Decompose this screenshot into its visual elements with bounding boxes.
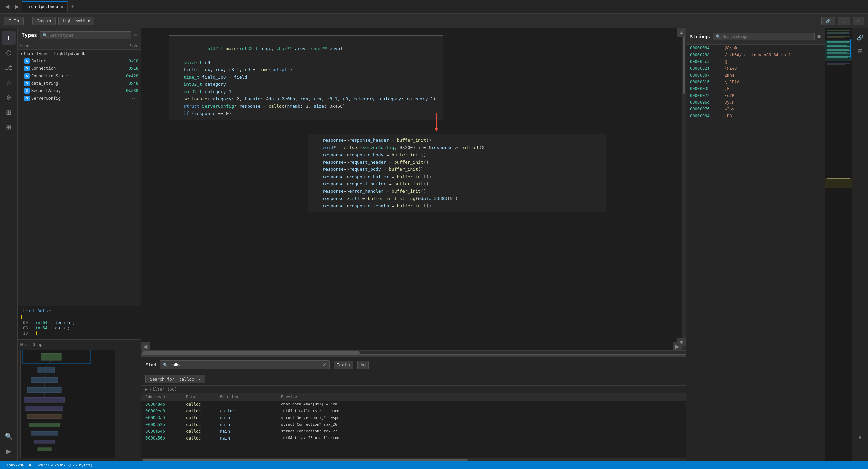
sidebar-grid-button[interactable]: ⊞ (2, 121, 16, 134)
add-tab-button[interactable]: + (68, 3, 77, 11)
string-val-5: \tJF)V (725, 80, 821, 84)
type-requestarray-row[interactable]: S RequestArray 0x388 (18, 87, 141, 95)
mini-graph-section: Mini Graph (18, 339, 141, 461)
filter-expand-icon[interactable]: ▶ (145, 387, 148, 392)
result-row-2[interactable]: 0000a3a9 calloc main struct ServerConfig… (141, 414, 686, 421)
strings-search-input[interactable] (722, 34, 812, 39)
sidebar-symbols-button[interactable]: ☆ (2, 76, 16, 89)
result-row-0[interactable]: 0000484b calloc char data_484b[0x7] = "c… (141, 401, 686, 408)
results-thumb-h[interactable] (143, 459, 468, 461)
hlil-dropdown-button[interactable]: High Level IL ▾ (58, 17, 94, 25)
string-item-5[interactable]: 00000816 \tJF)V (686, 79, 825, 85)
col-preview-header[interactable]: Preview (281, 395, 682, 399)
types-search-input[interactable] (49, 33, 128, 38)
find-input-wrap[interactable]: 🔍 ✕ (160, 360, 330, 369)
result-row-3[interactable]: 0000a52b calloc main struct Connection* … (141, 421, 686, 428)
tab-lighttpd[interactable]: lighttpd.bndb ✕ (22, 1, 68, 12)
search-for-close-icon[interactable]: ✕ (198, 377, 201, 382)
struct-field-data: 08 int64_t data ; (20, 326, 138, 330)
string-item-2[interactable]: 000002c3 @ (686, 58, 825, 65)
tree-root-item[interactable]: ▾ User Types: lighttpd.bndb (18, 50, 141, 57)
type-datastring-size: 0x48 (115, 81, 138, 86)
string-item-10[interactable]: 00000994 -D8, (686, 113, 825, 119)
result-row-5[interactable]: 0000a56b calloc main int64_t rax_25 = ca… (141, 435, 686, 442)
find-input[interactable] (170, 362, 320, 367)
back-button[interactable]: ◀ (3, 2, 12, 11)
tab-close-icon[interactable]: ✕ (61, 4, 63, 9)
graph-scroll-up-button[interactable]: ▲ (677, 28, 686, 37)
col-data-header[interactable]: Data (186, 395, 220, 399)
type-badge-s4: S (24, 81, 30, 86)
type-connectionstate-size: 0x428 (115, 74, 138, 78)
string-item-1[interactable]: 00000238 /lib64/ld-linux-x86-64.so.2 (686, 52, 825, 58)
link-button[interactable]: 🔗 (821, 17, 835, 25)
col-address-header[interactable]: Address ▾ (145, 395, 186, 399)
type-buffer-row[interactable]: S Buffer 0x10 (18, 57, 141, 65)
sidebar-functions-button[interactable]: ⎇ (2, 61, 16, 75)
find-search-icon: 🔍 (163, 363, 168, 367)
right-list-button[interactable]: ≡ (854, 446, 866, 458)
type-connection-size: 0x18 (115, 66, 138, 71)
sidebar-terminal-button[interactable]: ▶ (2, 445, 16, 458)
types-search-box[interactable]: 🔍 (40, 31, 131, 39)
search-for-button[interactable]: Search for 'calloc' ✕ (145, 375, 205, 383)
string-item-7[interactable]: 00000072 ~d?R (686, 92, 825, 99)
result-row-1[interactable]: 00009ea0 calloc calloc int64_t calloc(si… (141, 408, 686, 414)
sidebar-types-button[interactable]: T (2, 31, 16, 45)
type-connectionstate-row[interactable]: S ConnectionState 0x428 (18, 72, 141, 80)
sidebar-debug-button[interactable]: ⚙ (2, 91, 16, 104)
string-item-3[interactable]: 0000032a (@Z%0 (686, 65, 825, 72)
graph-dropdown-button[interactable]: Graph ▾ (32, 17, 56, 25)
string-item-8[interactable]: 0000096d Jy.F (686, 99, 825, 106)
string-item-4[interactable]: 00000807 Zmh4 (686, 72, 825, 79)
right-quotes-button[interactable]: ❝ (854, 432, 866, 445)
string-addr-7: 00000072 (690, 93, 721, 98)
case-sensitive-button[interactable]: Aa (357, 361, 369, 369)
string-item-9[interactable]: 00000976 w2$s (686, 106, 825, 113)
svg-rect-1 (38, 367, 55, 373)
left-panel-header: Types 🔍 ≡ (18, 28, 141, 42)
copy-button[interactable]: ⊞ (838, 17, 850, 25)
right-layers-button[interactable]: ⊞ (854, 45, 866, 57)
svg-rect-20 (827, 32, 849, 33)
find-clear-button[interactable]: ✕ (322, 362, 327, 368)
col-function-header[interactable]: Function (220, 395, 281, 399)
menu-button[interactable]: ≡ (853, 17, 864, 25)
struct-header: struct Buffer (20, 309, 138, 313)
sidebar-tag-button[interactable]: ⬡ (2, 46, 16, 60)
svg-rect-19 (827, 30, 850, 31)
type-connectionstate-name: ConnectionState (31, 74, 113, 78)
type-datastring-row[interactable]: S data_string 0x48 (18, 80, 141, 87)
strings-list: 00000034 @8\t@ 00000238 /lib64/ld-linux-… (686, 45, 825, 461)
elf-dropdown-button[interactable]: ELF ▾ (4, 17, 24, 25)
string-item-6[interactable]: 0000003b ,E-` (686, 85, 825, 92)
string-addr-0: 00000034 (690, 46, 721, 50)
graph-scroll-down-button[interactable]: ▼ (677, 338, 686, 346)
string-item-0[interactable]: 00000034 @8\t@ (686, 45, 825, 52)
sidebar-layers-button[interactable]: ⊞ (2, 106, 16, 119)
string-addr-3: 0000032a (690, 66, 721, 71)
type-datastring-name: data_string (31, 81, 113, 86)
type-serverconfig-row[interactable]: S ServerConfig ··· (18, 95, 141, 102)
graph-thumb-v[interactable] (683, 29, 685, 94)
graph-thumb-h[interactable] (142, 351, 360, 354)
text-type-dropdown[interactable]: Text ▾ (334, 361, 353, 369)
type-connection-row[interactable]: S Connection 0x18 (18, 65, 141, 72)
results-table: Address ▾ Data Function Preview 0000484b… (141, 393, 686, 458)
right-link-button[interactable]: 🔗 (854, 31, 866, 43)
svg-rect-10 (38, 448, 51, 451)
results-scrollbar-h[interactable] (141, 458, 686, 461)
sidebar-search-button[interactable]: 🔍 (2, 430, 16, 443)
col-name-header[interactable]: Name (20, 44, 115, 48)
graph-right-line-3: response->response_body = buffer_init() (311, 151, 603, 159)
result-row-4[interactable]: 0000a54b calloc main struct Connection* … (141, 428, 686, 435)
graph-right-line-4: response->request_header = buffer_init() (311, 159, 603, 166)
graph-area[interactable]: int32_t main(int32_t argc, char** argv, … (141, 28, 686, 354)
graph-scroll-left-button[interactable]: ◀ (141, 342, 150, 350)
left-panel-menu-button[interactable]: ≡ (134, 32, 137, 38)
graph-scrollbar-h[interactable] (141, 350, 686, 354)
forward-button[interactable]: ▶ (12, 2, 22, 11)
graph-scrollbar-v[interactable] (682, 28, 686, 350)
strings-search-box[interactable]: 🔍 (713, 33, 815, 40)
strings-menu-button[interactable]: ≡ (817, 34, 821, 40)
